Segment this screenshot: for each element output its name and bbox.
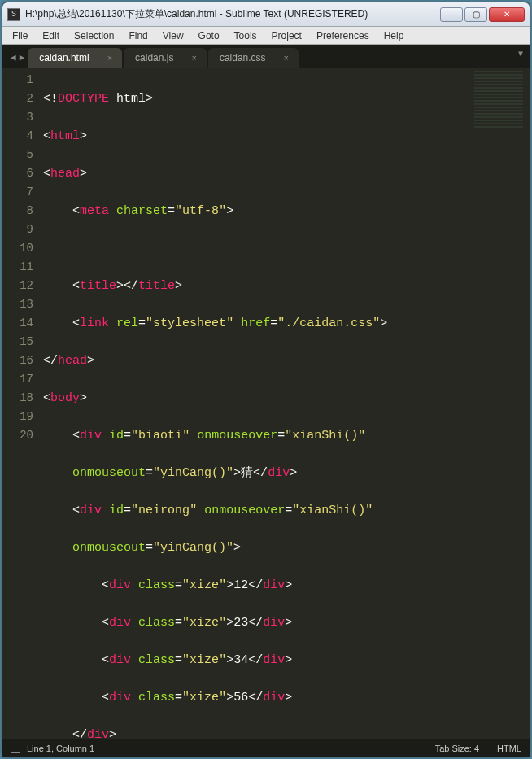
code-line: </div>: [43, 726, 473, 739]
line-number: 18: [2, 389, 33, 408]
code-line: <div class="xize">34</div>: [43, 651, 473, 670]
code-line: <div class="xize">56</div>: [43, 688, 473, 707]
menu-preferences[interactable]: Preferences: [310, 28, 376, 43]
menu-file[interactable]: File: [6, 28, 34, 43]
tab-forward-icon[interactable]: ▶: [20, 52, 25, 63]
status-panel-icon[interactable]: [11, 744, 20, 753]
menu-goto[interactable]: Goto: [192, 28, 226, 43]
line-number: 19: [2, 408, 33, 426]
tab-caidan-js[interactable]: caidan.js ×: [124, 48, 207, 68]
code-line: <div id="neirong" onmouseover="xianShi()…: [43, 501, 473, 520]
line-number: 20: [2, 426, 33, 445]
line-number: 15: [2, 333, 33, 351]
code-line: <title></title>: [43, 277, 473, 295]
app-icon-letter: S: [11, 10, 16, 19]
code-line: </head>: [43, 351, 473, 370]
line-number: 2: [2, 89, 33, 108]
menu-tools[interactable]: Tools: [228, 28, 264, 43]
app-icon: S: [7, 8, 20, 21]
tab-caidan-html[interactable]: caidan.html ×: [28, 48, 122, 68]
window-title: H:\php\总结\20161130\下拉菜单\caidan.html - Su…: [25, 7, 440, 21]
code-line: <head>: [43, 164, 473, 183]
line-number: 6: [2, 164, 33, 183]
close-button[interactable]: ✕: [489, 7, 525, 22]
menu-project[interactable]: Project: [265, 28, 308, 43]
tabbar: ◀ ▶ caidan.html × caidan.js × caidan.css…: [2, 45, 530, 68]
tab-overflow-icon[interactable]: ▼: [518, 50, 523, 59]
tab-caidan-css[interactable]: caidan.css ×: [208, 48, 299, 68]
menubar: File Edit Selection Find View Goto Tools…: [2, 27, 530, 45]
status-position[interactable]: Line 1, Column 1: [27, 744, 94, 753]
code-line: <!DOCTYPE html>: [43, 89, 473, 108]
line-number: 8: [2, 202, 33, 220]
code-line: onmouseout="yinCang()">: [43, 539, 473, 557]
status-tabsize[interactable]: Tab Size: 4: [435, 744, 479, 753]
statusbar: Line 1, Column 1 Tab Size: 4 HTML: [2, 739, 530, 757]
minimize-icon: —: [447, 10, 456, 19]
tab-back-icon[interactable]: ◀: [11, 52, 16, 63]
tab-close-icon[interactable]: ×: [191, 53, 196, 63]
maximize-icon: ▢: [473, 10, 480, 19]
line-number: 14: [2, 314, 33, 333]
titlebar[interactable]: S H:\php\总结\20161130\下拉菜单\caidan.html - …: [2, 2, 530, 27]
minimap-preview: [474, 71, 523, 128]
code-line: <link rel="stylesheet" href="./caidan.cs…: [43, 314, 473, 333]
menu-view[interactable]: View: [156, 28, 190, 43]
line-number: 5: [2, 146, 33, 164]
line-number: 12: [2, 277, 33, 295]
tab-close-icon[interactable]: ×: [107, 53, 112, 63]
code-line: onmouseout="yinCang()">猜</div>: [43, 464, 473, 482]
code-line: <meta charset="utf-8">: [43, 202, 473, 220]
app-window: S H:\php\总结\20161130\下拉菜单\caidan.html - …: [2, 2, 530, 757]
code-line: <div class="xize">12</div>: [43, 576, 473, 595]
line-number: 3: [2, 108, 33, 127]
code-line: [43, 239, 473, 258]
minimize-button[interactable]: —: [440, 7, 463, 22]
tab-history-arrows: ◀ ▶: [7, 49, 28, 68]
code-line: <body>: [43, 389, 473, 408]
menu-help[interactable]: Help: [377, 28, 411, 43]
window-controls: — ▢ ✕: [440, 7, 525, 22]
line-number-gutter: 1 2 3 4 5 6 7 8 9 10 11 12 13 14 15 16 1…: [2, 68, 43, 739]
line-number: 11: [2, 258, 33, 277]
menu-selection[interactable]: Selection: [68, 28, 120, 43]
minimap[interactable]: [473, 68, 530, 739]
code-line: <html>: [43, 127, 473, 146]
line-number: 17: [2, 370, 33, 389]
tab-label: caidan.css: [220, 52, 266, 63]
maximize-button[interactable]: ▢: [464, 7, 487, 22]
line-number: 10: [2, 239, 33, 258]
tab-close-icon[interactable]: ×: [284, 53, 289, 63]
line-number: 16: [2, 351, 33, 370]
code-line: <div id="biaoti" onmouseover="xianShi()": [43, 426, 473, 445]
line-number: 1: [2, 71, 33, 89]
close-icon: ✕: [504, 10, 510, 19]
editor: 1 2 3 4 5 6 7 8 9 10 11 12 13 14 15 16 1…: [2, 68, 530, 739]
code-line: <div class="xize">23</div>: [43, 613, 473, 632]
line-number: 9: [2, 220, 33, 239]
line-number: 7: [2, 183, 33, 202]
tab-label: caidan.js: [135, 52, 173, 63]
menu-edit[interactable]: Edit: [36, 28, 66, 43]
status-syntax[interactable]: HTML: [497, 744, 521, 753]
line-number: 4: [2, 127, 33, 146]
tab-label: caidan.html: [39, 52, 89, 63]
code-area[interactable]: <!DOCTYPE html> <html> <head> <meta char…: [43, 68, 473, 739]
menu-find[interactable]: Find: [122, 28, 154, 43]
line-number: 13: [2, 295, 33, 314]
